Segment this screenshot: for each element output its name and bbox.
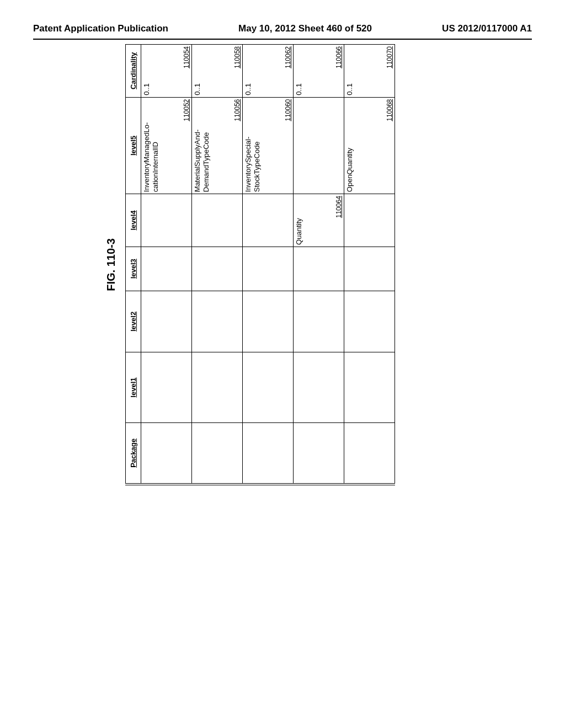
table-row: InventorySpecial-StockTypeCode110060 0..… — [243, 45, 294, 485]
ref-number: 110068 — [386, 99, 393, 121]
ref-number: 110052 — [183, 99, 190, 121]
data-table: Package level1 level2 level3 level4 leve… — [125, 44, 395, 485]
ref-number: 110054 — [183, 46, 190, 68]
cell-value: InventorySpecial-StockTypeCode — [244, 137, 261, 192]
table-row: OpenQuantity110068 0..1110070 — [344, 45, 395, 485]
figure-area: FIG. 110-3 Package level1 level2 level3 … — [105, 44, 469, 485]
cell-value: InventoryManagedLo-cationInternalID — [142, 122, 159, 192]
cell-value: 0..1 — [193, 83, 201, 95]
table-header-row: Package level1 level2 level3 level4 leve… — [126, 45, 141, 485]
col-header-level2: level2 — [126, 291, 141, 352]
col-header-cardinality: Cardinality — [126, 45, 141, 98]
ref-number: 110058 — [233, 46, 241, 68]
cell-value: Quantity — [295, 218, 303, 244]
header-right: US 2012/0117000 A1 — [442, 23, 532, 34]
ref-number: 110066 — [335, 46, 343, 68]
col-header-level4: level4 — [126, 194, 141, 247]
cell-value: 0..1 — [295, 83, 303, 95]
col-header-level5: level5 — [126, 97, 141, 194]
table-row: Quantity110064 0..1110066 — [294, 45, 344, 485]
cell-value: MaterialSupplyAnd-DemandTypeCode — [193, 130, 210, 192]
cell-value: 0..1 — [244, 83, 252, 95]
page-header: Patent Application Publication May 10, 2… — [0, 23, 565, 38]
ref-number: 110062 — [284, 46, 292, 68]
header-center: May 10, 2012 Sheet 460 of 520 — [238, 23, 372, 34]
ref-number: 110056 — [233, 99, 241, 121]
col-header-level3: level3 — [126, 247, 141, 291]
cell-value: 0..1 — [142, 83, 151, 95]
header-left: Patent Application Publication — [33, 23, 168, 34]
cell-value: OpenQuantity — [345, 148, 354, 192]
col-header-level1: level1 — [126, 352, 141, 423]
figure-label: FIG. 110-3 — [105, 44, 118, 485]
col-header-package: Package — [126, 422, 141, 484]
ref-number: 110070 — [386, 46, 393, 68]
ref-number: 110060 — [284, 99, 292, 121]
table-row: InventoryManagedLo-cationInternalID11005… — [141, 45, 192, 485]
cell-value: 0..1 — [345, 83, 354, 95]
ref-number: 110064 — [335, 196, 343, 218]
header-rule — [33, 39, 532, 40]
table-row: MaterialSupplyAnd-DemandTypeCode110056 0… — [192, 45, 243, 485]
